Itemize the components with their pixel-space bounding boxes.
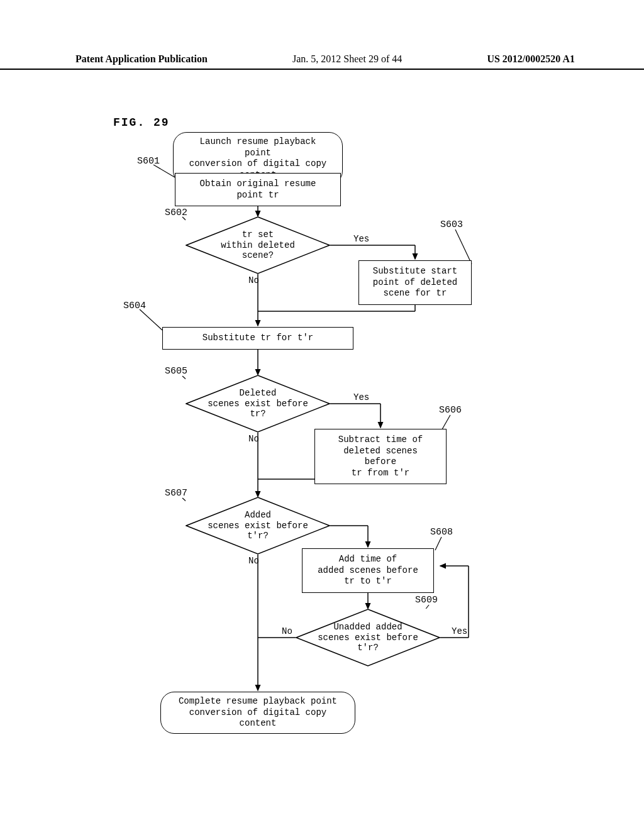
decision-s605: Deleted scenes exist before tr? bbox=[186, 375, 330, 433]
end-text: Complete resume playback point conversio… bbox=[176, 696, 340, 729]
process-s604: Substitute tr for t'r bbox=[162, 327, 353, 350]
svg-line-24 bbox=[153, 165, 175, 177]
s607-text: Added scenes exist before t'r? bbox=[186, 497, 330, 555]
process-s606: Subtract time of deleted scenes before t… bbox=[314, 429, 447, 484]
s605-text: Deleted scenes exist before tr? bbox=[186, 375, 330, 433]
s607-no: No bbox=[248, 556, 259, 566]
s602-yes: Yes bbox=[353, 234, 369, 244]
label-s603: S603 bbox=[440, 219, 463, 230]
label-s609: S609 bbox=[415, 595, 438, 606]
s604-text: Substitute tr for t'r bbox=[203, 333, 313, 344]
s606-text: Subtract time of deleted scenes before t… bbox=[328, 434, 433, 479]
s605-yes: Yes bbox=[353, 392, 369, 402]
s602-text: tr set within deleted scene? bbox=[186, 216, 330, 274]
label-s608: S608 bbox=[430, 527, 453, 538]
process-s608: Add time of added scenes before tr to t'… bbox=[302, 548, 434, 593]
process-s603: Substitute start point of deleted scene … bbox=[358, 260, 472, 305]
svg-line-27 bbox=[140, 309, 162, 330]
svg-line-26 bbox=[455, 230, 472, 264]
s609-no: No bbox=[282, 626, 292, 636]
s603-text: Substitute start point of deleted scene … bbox=[373, 266, 457, 299]
label-s602: S602 bbox=[165, 208, 187, 218]
label-s605: S605 bbox=[165, 366, 187, 377]
decision-s609: Unadded added scenes exist before t'r? bbox=[296, 609, 440, 667]
decision-s602: tr set within deleted scene? bbox=[186, 216, 330, 274]
label-s606: S606 bbox=[439, 405, 462, 416]
label-s601: S601 bbox=[137, 156, 160, 167]
s609-text: Unadded added scenes exist before t'r? bbox=[296, 609, 440, 667]
label-s604: S604 bbox=[123, 301, 146, 311]
s601-text: Obtain original resume point tr bbox=[188, 179, 328, 201]
process-s601: Obtain original resume point tr bbox=[175, 173, 341, 206]
svg-line-31 bbox=[435, 537, 441, 550]
decision-s607: Added scenes exist before t'r? bbox=[186, 497, 330, 555]
s605-no: No bbox=[248, 434, 259, 444]
terminator-end: Complete resume playback point conversio… bbox=[160, 692, 355, 734]
s609-yes: Yes bbox=[452, 626, 467, 636]
label-s607: S607 bbox=[165, 488, 187, 499]
s602-no: No bbox=[248, 275, 259, 285]
s608-text: Add time of added scenes before tr to t'… bbox=[318, 554, 418, 587]
